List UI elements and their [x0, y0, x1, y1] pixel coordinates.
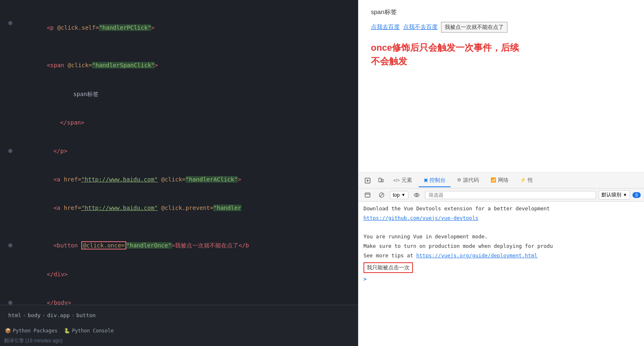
svg-point-6: [414, 193, 419, 197]
packages-icon: 📦: [5, 327, 11, 335]
top-select[interactable]: top ▼: [390, 191, 408, 199]
breadcrumb-sep-3: ›: [71, 311, 75, 320]
breadcrumb-body: body: [28, 311, 40, 320]
tab-network-label: 网络: [498, 177, 509, 184]
handler: "handler: [213, 205, 241, 211]
python-console-btn[interactable]: 🐍 Python Console: [64, 327, 113, 335]
link-no-baidu[interactable]: 点我不去百度: [403, 24, 438, 31]
eye-btn[interactable]: [411, 189, 422, 201]
console-output: Download the Vue Devtools extension for …: [359, 202, 644, 346]
perf-icon: ⚡: [520, 177, 526, 183]
device-btn[interactable]: [375, 175, 387, 186]
console-prompt-line[interactable]: >: [363, 275, 639, 283]
inspect-element-btn[interactable]: [362, 175, 373, 186]
code-line-1: <p @click.self="handlerPClick">: [0, 4, 358, 42]
top-dropdown-icon: ▼: [401, 193, 406, 197]
code-line-2: <span @click="handlerSpanClick">: [0, 42, 358, 80]
code-content-2: <span @click="handlerSpanClick">: [19, 42, 358, 80]
tab-elements[interactable]: </> 元素: [388, 174, 417, 187]
tag: </body>: [47, 299, 71, 305]
block-btn[interactable]: [376, 189, 387, 201]
network-icon: 📶: [491, 177, 496, 183]
tab-console-label: 控制台: [429, 177, 446, 184]
tab-sources-label: 源代码: [463, 177, 479, 184]
breadcrumb: html › body › div.app › button: [8, 311, 96, 320]
console-line-5: Make sure to turn on production mode whe…: [363, 242, 639, 250]
devtools-toolbar: top ▼ 默认级别 ▼ 8: [359, 188, 644, 202]
console-label: Python Console: [72, 327, 113, 335]
url: "http://www.baidu.com": [81, 205, 158, 211]
code-content-6: <a href="http://www.baidu.com" @click="h…: [19, 166, 358, 193]
editor-bottom-bar: html › body › div.app › button: [0, 305, 358, 326]
svg-line-5: [380, 193, 383, 197]
code-line-7: <a href="http://www.baidu.com" @click.pr…: [0, 194, 358, 222]
console-line-3: [363, 224, 639, 232]
level-label: 默认级别: [602, 191, 621, 198]
right-panel: span标签 点我去百度 点我不去百度 我被点一次就不能在点了 once修饰后只…: [358, 0, 644, 346]
code-line-6: <a href="http://www.baidu.com" @click="h…: [0, 165, 358, 194]
code-content-1: <p @click.self="handlerPClick">: [19, 5, 358, 42]
gutter-1: [8, 19, 15, 28]
python-packages-btn[interactable]: 📦 Python Packages: [5, 327, 57, 335]
link-to-baidu[interactable]: 点我去百度: [371, 24, 400, 31]
preview-annotation: once修饰后只会触发一次事件，后续不会触发: [371, 41, 632, 68]
breadcrumb-div: div.app: [47, 311, 70, 320]
code-content-10: </div>: [19, 260, 358, 288]
devtools-tabs: </> 元素 ▣ 控制台 ⚙ 源代码 📶 网络 ⚡ 性: [359, 173, 644, 188]
elements-icon: </>: [393, 178, 400, 183]
attr: @click=: [68, 62, 92, 68]
console-highlight-line: 我只能被点击一次: [363, 261, 639, 274]
tag: <button: [53, 242, 81, 249]
code-content-7: <a href="http://www.baidu.com" @click.pr…: [19, 194, 358, 222]
tag: </p>: [53, 148, 67, 154]
code-line-3: span标签: [0, 80, 358, 108]
breadcrumb-html: html: [8, 311, 21, 320]
button-once[interactable]: 我被点一次就不能在点了: [441, 22, 507, 33]
gutter-dot: [8, 243, 12, 247]
clear-console-btn[interactable]: [362, 189, 373, 201]
level-dropdown-icon: ▼: [623, 193, 627, 197]
tag: <a: [53, 205, 64, 211]
preview-area: span标签 点我去百度 点我不去百度 我被点一次就不能在点了 once修饰后只…: [359, 0, 644, 173]
breadcrumb-sep-1: ›: [23, 311, 26, 320]
gutter-9: [8, 241, 15, 250]
tab-perf-label: 性: [528, 177, 533, 184]
code-line-11: </body>: [0, 288, 358, 305]
code-line-9: <button @click.once="handlerOnce">我被点一次就…: [0, 231, 358, 260]
svg-rect-2: [382, 179, 383, 182]
console-icon: 🐍: [64, 327, 70, 335]
devtools-link[interactable]: https://github.com/vuejs/vue-devtools: [363, 215, 478, 221]
tab-network[interactable]: 📶 网络: [486, 174, 514, 187]
tab-console[interactable]: ▣ 控制台: [419, 174, 451, 187]
tag: </div>: [47, 271, 68, 278]
level-select[interactable]: 默认级别 ▼: [599, 190, 630, 200]
attr: href=: [64, 205, 81, 211]
text-content: span标签: [73, 91, 99, 97]
tag-gt: >我被点一次就不能在点了</b: [172, 242, 249, 249]
attr2: @click.prevent=: [158, 205, 213, 211]
console-prompt-symbol: >: [363, 276, 367, 282]
packages-label: Python Packages: [13, 327, 57, 335]
attr: @click.self=: [57, 24, 99, 31]
code-content-11: </body>: [19, 289, 358, 305]
tab-performance[interactable]: ⚡ 性: [515, 174, 538, 187]
devtools-panel: </> 元素 ▣ 控制台 ⚙ 源代码 📶 网络 ⚡ 性: [359, 173, 644, 346]
sources-icon: ⚙: [457, 177, 461, 183]
tag-gt: >: [238, 176, 241, 183]
code-area: <p @click.self="handlerPClick"> <span @c…: [0, 0, 358, 305]
badge-count: 8: [632, 192, 641, 198]
console-tab-icon: ▣: [424, 177, 428, 183]
tag-gt: >: [155, 62, 158, 68]
filter-input[interactable]: [425, 191, 596, 199]
gutter-dot: [8, 301, 12, 305]
code-line-5: </p>: [0, 137, 358, 165]
status-bar: 翻译引擎 (19 minutes ago): [0, 336, 358, 346]
code-content-5: </p>: [19, 137, 358, 165]
console-line-4: You are running Vue in development mode.: [363, 233, 639, 241]
code-content-9: <button @click.once="handlerOnce">我被点一次就…: [19, 232, 358, 259]
deployment-link[interactable]: https://vuejs.org/guide/deployment.html: [416, 252, 538, 259]
breadcrumb-button: button: [76, 311, 96, 320]
code-editor: <p @click.self="handlerPClick"> <span @c…: [0, 0, 358, 346]
tab-sources[interactable]: ⚙ 源代码: [452, 174, 484, 187]
svg-rect-1: [379, 178, 381, 182]
